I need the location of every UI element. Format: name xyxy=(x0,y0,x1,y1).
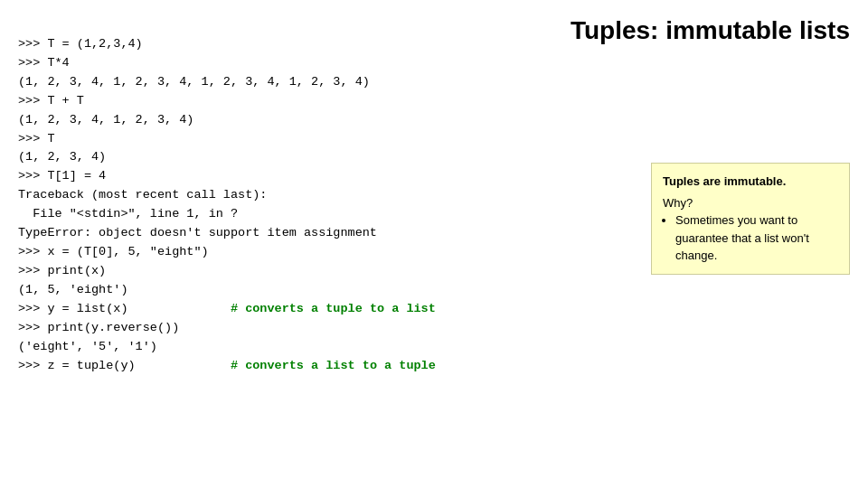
code-line-12: >>> x = (T[0], 5, "eight") xyxy=(18,245,209,258)
code-line-7: (1, 2, 3, 4) xyxy=(18,150,106,164)
code-line-14: (1, 5, 'eight') xyxy=(18,283,128,296)
code-line-13: >>> print(x) xyxy=(18,264,106,277)
code-line-10: File "<stdin>", line 1, in ? xyxy=(18,207,238,221)
comment-tuple: # converts a list to a tuple xyxy=(231,359,436,372)
info-box-bullet: Sometimes you want to guarantee that a l… xyxy=(675,211,838,265)
code-line-6: >>> T xyxy=(18,132,55,145)
code-line-11: TypeError: object doesn't support item a… xyxy=(18,226,377,239)
info-box: Tuples are immutable. Why? Sometimes you… xyxy=(651,163,850,275)
info-box-why: Why? xyxy=(663,194,838,212)
comment-list: # converts a tuple to a list xyxy=(231,302,436,315)
code-line-16: >>> print(y.reverse()) xyxy=(18,321,179,334)
info-box-list: Sometimes you want to guarantee that a l… xyxy=(675,211,838,265)
code-line-3: (1, 2, 3, 4, 1, 2, 3, 4, 1, 2, 3, 4, 1, … xyxy=(18,75,370,89)
page-title: Tuples: immutable lists xyxy=(571,16,850,45)
code-line-15: >>> y = list(x) # converts a tuple to a … xyxy=(18,302,436,315)
main-content: Tuples: immutable lists >>> T = (1,2,3,4… xyxy=(0,0,868,403)
code-line-1: >>> T = (1,2,3,4) xyxy=(18,37,143,51)
code-line-4: >>> T + T xyxy=(18,94,84,108)
code-line-9: Traceback (most recent call last): xyxy=(18,188,267,202)
code-line-8: >>> T[1] = 4 xyxy=(18,169,106,183)
code-line-17: ('eight', '5', '1') xyxy=(18,340,157,353)
info-box-title: Tuples are immutable. xyxy=(663,173,838,191)
code-line-5: (1, 2, 3, 4, 1, 2, 3, 4) xyxy=(18,113,193,127)
code-line-2: >>> T*4 xyxy=(18,56,70,70)
code-line-18: >>> z = tuple(y) # converts a list to a … xyxy=(18,359,436,372)
